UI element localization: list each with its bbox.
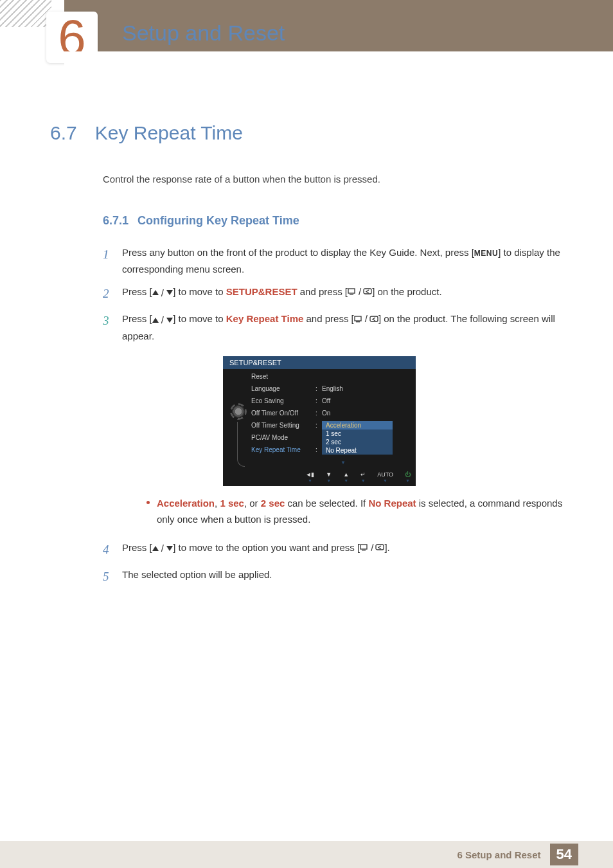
step-number: 3 [103, 311, 112, 345]
step-3: 3 Press [ / ] to move to Key Repeat Time… [103, 311, 574, 345]
intro-text: Control the response rate of a button wh… [103, 174, 574, 185]
page-number: 54 [550, 844, 578, 865]
power-icon: ⏻ [405, 471, 411, 478]
osd-footer: ◄▮▼ ▼▼ ▲▼ ↵▼ AUTO▼ ⏻▼ [223, 469, 416, 486]
step-list: 1 Press any button on the front of the p… [103, 244, 574, 345]
step-text: Press [ / ] to move to SETUP&RESET and p… [122, 284, 442, 304]
svg-rect-7 [362, 550, 366, 550]
svg-rect-3 [355, 316, 361, 321]
osd-mock: SETUP&RESET Reset Language:English Eco S… [223, 356, 416, 486]
step-number: 5 [103, 566, 112, 587]
corner-hatch [0, 0, 51, 27]
section-heading: 6.7 Key Repeat Time [50, 122, 574, 144]
source-enter-icon: / [360, 539, 384, 556]
step-number: 1 [103, 244, 112, 277]
subsection-number: 6.7.1 [103, 214, 129, 227]
osd-more-icon: ▼ [277, 460, 409, 466]
subsection-title: Configuring Key Repeat Time [138, 214, 299, 227]
step-number: 2 [103, 284, 112, 304]
step-text: Press [ / ] to move to the option you wa… [122, 539, 390, 560]
exit-icon: ◄▮ [305, 471, 314, 478]
osd-title: SETUP&RESET [223, 356, 416, 369]
auto-label: AUTO [377, 471, 393, 478]
source-enter-icon: / [354, 311, 378, 327]
page-footer: 6 Setup and Reset 54 [0, 841, 613, 868]
down-icon: ▼ [326, 471, 332, 478]
menu-keyword: MENU [474, 249, 498, 258]
section-title: Key Repeat Time [95, 122, 243, 144]
osd-rows: Reset Language:English Eco Saving:Off Of… [247, 373, 409, 467]
step-text: Press [ / ] to move to Key Repeat Time a… [122, 311, 574, 345]
up-icon: ▲ [343, 471, 349, 478]
section-number: 6.7 [50, 122, 77, 144]
up-down-icon: / [152, 285, 173, 302]
svg-rect-6 [360, 545, 367, 549]
up-down-icon: / [152, 312, 173, 329]
chapter-title: Setup and Reset [122, 21, 285, 46]
step-5: 5 The selected option will be applied. [103, 566, 574, 587]
source-enter-icon: / [348, 284, 372, 300]
up-down-icon: / [152, 540, 173, 557]
osd-dropdown: Acceleration 1 sec 2 sec No Repeat [322, 421, 393, 455]
footer-text: 6 Setup and Reset [457, 849, 540, 860]
target-key-repeat: Key Repeat Time [226, 314, 304, 325]
svg-rect-4 [356, 321, 360, 322]
svg-rect-1 [350, 294, 353, 294]
step-text: Press any button on the front of the pro… [122, 244, 574, 277]
step-text: The selected option will be applied. [122, 566, 272, 587]
step-number: 4 [103, 539, 112, 560]
note-bullet: Acceleration, 1 sec, or 2 sec can be sel… [147, 495, 574, 528]
step-1: 1 Press any button on the front of the p… [103, 244, 574, 277]
step-2: 2 Press [ / ] to move to SETUP&RESET and… [103, 284, 574, 304]
gear-icon [232, 405, 245, 418]
target-setup-reset: SETUP&RESET [226, 286, 298, 297]
step-4: 4 Press [ / ] to move to the option you … [103, 539, 574, 560]
svg-rect-0 [348, 289, 355, 293]
subsection-heading: 6.7.1Configuring Key Repeat Time [103, 214, 574, 228]
step-list-cont: 4 Press [ / ] to move to the option you … [103, 539, 574, 588]
enter-icon: ↵ [360, 471, 366, 478]
content-area: 6.7 Key Repeat Time Control the response… [64, 51, 574, 823]
swoosh-line [237, 422, 245, 467]
